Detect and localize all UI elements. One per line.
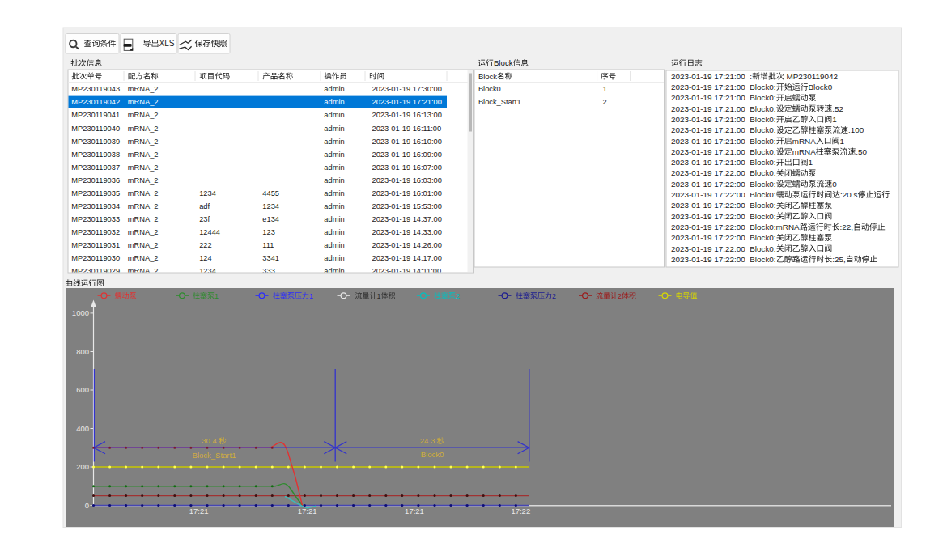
svg-text:admin: admin <box>324 151 344 159</box>
svg-text:MP230119040: MP230119040 <box>71 125 120 133</box>
svg-text:3341: 3341 <box>262 254 279 262</box>
svg-text:mRNA: mRNA <box>792 137 816 146</box>
svg-text:2023-01-19 17:30:00: 2023-01-19 17:30:00 <box>372 85 442 93</box>
svg-text:mRNA_2: mRNA_2 <box>128 151 159 159</box>
svg-text:124: 124 <box>199 254 212 262</box>
svg-text:1: 1 <box>377 292 381 300</box>
svg-text:MP230119032: MP230119032 <box>71 228 120 236</box>
svg-text:mRNA_2: mRNA_2 <box>128 163 159 172</box>
svg-text:Block_Start1: Block_Start1 <box>193 451 236 460</box>
svg-text:1: 1 <box>840 137 845 146</box>
svg-text:2: 2 <box>618 292 622 300</box>
svg-text:mRNA_2: mRNA_2 <box>128 85 159 93</box>
svg-text:2: 2 <box>552 292 556 300</box>
svg-text:MP230119036: MP230119036 <box>71 176 120 185</box>
svg-text:2023-01-19 17:21:00 Block0:: 2023-01-19 17:21:00 Block0: <box>671 147 776 156</box>
svg-text:Block_Start1: Block_Start1 <box>478 98 521 106</box>
svg-text:2023-01-19 16:11:00: 2023-01-19 16:11:00 <box>372 125 442 133</box>
svg-text:Block0: Block0 <box>809 83 833 91</box>
svg-text:Block0: Block0 <box>478 85 501 93</box>
svg-text:mRNA: mRNA <box>792 147 816 156</box>
svg-text:0: 0 <box>85 501 89 510</box>
svg-text:mRNA_2: mRNA_2 <box>128 111 159 119</box>
svg-text:MP230119043: MP230119043 <box>71 85 120 93</box>
svg-text:2023-01-19 17:22:00 Block0:mR: 2023-01-19 17:22:00 Block0:mRNA <box>671 223 800 231</box>
svg-text:admin: admin <box>324 98 344 106</box>
svg-text:200: 200 <box>76 462 89 471</box>
svg-text:admin: admin <box>324 163 344 172</box>
svg-text:800: 800 <box>76 347 89 356</box>
svg-text:2023-01-19 16:07:00: 2023-01-19 16:07:00 <box>372 163 442 172</box>
svg-text:admin: admin <box>324 254 344 262</box>
svg-text:24.3: 24.3 <box>420 436 437 445</box>
svg-text:2023-01-19 16:01:00: 2023-01-19 16:01:00 <box>372 189 442 197</box>
svg-text:Block: Block <box>478 72 497 81</box>
svg-text:mRNA_2: mRNA_2 <box>128 202 159 210</box>
svg-text:admin: admin <box>324 125 344 133</box>
svg-text::22,: :22, <box>840 223 853 231</box>
svg-text:2023-01-19 17:22:00 Block0:: 2023-01-19 17:22:00 Block0: <box>671 168 776 177</box>
svg-text:1: 1 <box>603 85 607 93</box>
svg-text::100: :100 <box>848 125 864 134</box>
svg-text:adf: adf <box>199 202 210 210</box>
svg-text:MP230119035: MP230119035 <box>71 189 120 197</box>
svg-text:mRNA_2: mRNA_2 <box>128 138 159 146</box>
svg-text:2023-01-19 14:17:00: 2023-01-19 14:17:00 <box>372 254 442 262</box>
svg-text:mRNA_2: mRNA_2 <box>128 125 159 133</box>
svg-text:2023-01-19 17:22:00 Block0:: 2023-01-19 17:22:00 Block0: <box>671 180 776 189</box>
svg-text::25,: :25, <box>832 255 845 264</box>
svg-text:17:22: 17:22 <box>511 507 530 515</box>
svg-text:XLS: XLS <box>159 39 175 48</box>
svg-text:2023-01-19 17:22:00 Block0:: 2023-01-19 17:22:00 Block0: <box>671 201 776 210</box>
svg-text:2023-01-19 16:09:00: 2023-01-19 16:09:00 <box>372 151 442 159</box>
svg-text:MP230119033: MP230119033 <box>71 215 120 223</box>
svg-text:1000: 1000 <box>72 308 89 317</box>
svg-text:admin: admin <box>324 241 344 249</box>
svg-text:admin: admin <box>324 228 344 236</box>
svg-text:2023-01-19 17:21:00 Block0:: 2023-01-19 17:21:00 Block0: <box>671 125 776 134</box>
svg-text:2023-01-19 17:21:00 :: 2023-01-19 17:21:00 : <box>671 72 752 81</box>
svg-text:mRNA_2: mRNA_2 <box>128 215 159 223</box>
svg-text:Block0: Block0 <box>421 450 444 459</box>
svg-text:2023-01-19 14:33:00: 2023-01-19 14:33:00 <box>372 228 442 236</box>
svg-text:222: 222 <box>199 241 212 249</box>
svg-text:1: 1 <box>809 158 813 167</box>
svg-text:MP230119030: MP230119030 <box>71 254 120 262</box>
svg-text:2023-01-19 17:22:00 Block0:: 2023-01-19 17:22:00 Block0: <box>671 190 776 199</box>
svg-text:400: 400 <box>76 424 89 433</box>
svg-text:2023-01-19 17:22:00 Block0:: 2023-01-19 17:22:00 Block0: <box>671 212 776 221</box>
svg-text:mRNA_2: mRNA_2 <box>128 254 159 262</box>
svg-text:17:21: 17:21 <box>189 507 209 515</box>
svg-text:2023-01-19 17:21:00: 2023-01-19 17:21:00 <box>372 98 442 106</box>
svg-text:30.4: 30.4 <box>202 436 219 445</box>
svg-text:2023-01-19 16:10:00: 2023-01-19 16:10:00 <box>372 138 442 146</box>
svg-text:111: 111 <box>262 241 274 249</box>
svg-text:MP230119041: MP230119041 <box>71 111 120 119</box>
svg-text:1234: 1234 <box>199 189 216 197</box>
svg-text:admin: admin <box>324 215 344 223</box>
svg-text:2023-01-19 17:21:00 Block0:: 2023-01-19 17:21:00 Block0: <box>671 115 776 124</box>
svg-text:admin: admin <box>324 189 344 197</box>
svg-text:600: 600 <box>76 385 89 394</box>
svg-text:mRNA_2: mRNA_2 <box>128 189 159 197</box>
svg-text:MP230119031: MP230119031 <box>71 241 120 249</box>
svg-text:2023-01-19 17:22:00 Block0:: 2023-01-19 17:22:00 Block0: <box>671 244 776 253</box>
svg-text:1: 1 <box>309 292 313 300</box>
svg-text:0: 0 <box>832 180 837 189</box>
svg-text:admin: admin <box>324 85 344 93</box>
svg-text:admin: admin <box>324 138 344 146</box>
svg-text:e134: e134 <box>262 215 279 223</box>
svg-text:admin: admin <box>324 176 344 185</box>
svg-text:17:21: 17:21 <box>405 507 424 515</box>
svg-text::50: :50 <box>856 147 867 156</box>
svg-text:mRNA_2: mRNA_2 <box>128 176 159 185</box>
svg-text:MP230119042: MP230119042 <box>71 98 120 106</box>
svg-text:2023-01-19 17:21:00 Block0:: 2023-01-19 17:21:00 Block0: <box>671 137 776 146</box>
svg-text:2023-01-19 17:21:00 Block0:: 2023-01-19 17:21:00 Block0: <box>671 93 776 102</box>
svg-text:2023-01-19 17:21:00 Block0:: 2023-01-19 17:21:00 Block0: <box>671 158 776 167</box>
svg-text:2023-01-19 15:53:00: 2023-01-19 15:53:00 <box>372 202 442 210</box>
svg-text:MP230119039: MP230119039 <box>71 138 120 146</box>
svg-text:2023-01-19 16:13:00: 2023-01-19 16:13:00 <box>372 111 442 119</box>
svg-text:mRNA_2: mRNA_2 <box>128 241 159 249</box>
svg-text:123: 123 <box>262 228 275 236</box>
